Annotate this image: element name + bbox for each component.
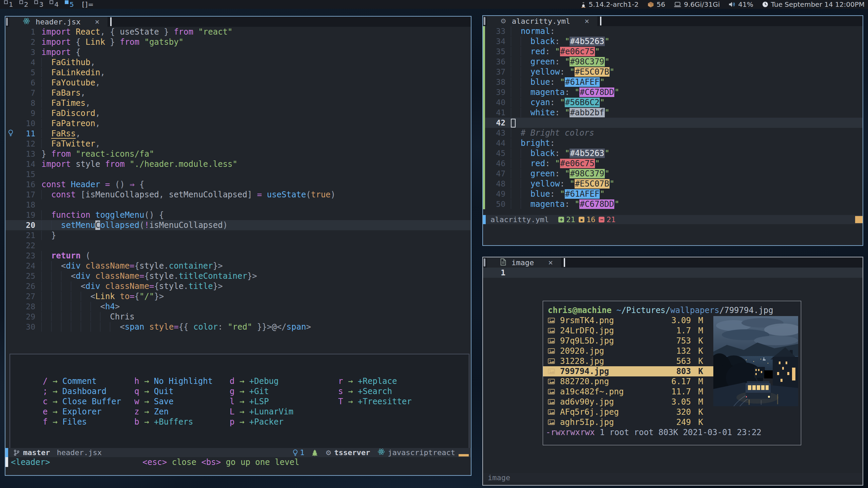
file-row[interactable]: 97q9L5D.jpg753K [543, 336, 715, 346]
code-line[interactable]: 23 return ( [5, 251, 471, 261]
file-row[interactable]: 31228.jpg563K [543, 356, 715, 366]
code-line[interactable]: 40 cyan: "#56B6C2" [483, 97, 863, 108]
code-line[interactable]: 13} from "react-icons/fa" [5, 149, 471, 159]
code-line[interactable]: 26 <div className={style.title}> [5, 281, 471, 291]
binding-label: Explorer [62, 407, 102, 416]
sign-column [5, 179, 16, 190]
left-cmdline[interactable]: <leader> <esc> close <bs> go up one leve… [5, 457, 471, 467]
file-row[interactable]: 20920.jpg132K [543, 346, 715, 356]
code-line[interactable]: 41 white: "#abb2bf" [483, 108, 863, 118]
file-row[interactable]: 9rsmTK4.png3.09M [543, 315, 715, 326]
file-name: ad6v90y.jpg [560, 397, 657, 407]
tab-header-jsx[interactable]: header.jsx × [9, 17, 108, 27]
code-line[interactable]: 22 [5, 240, 471, 251]
line-number: 29 [16, 312, 41, 322]
code-line[interactable]: 36 green: "#98C379" [483, 57, 863, 67]
token [41, 109, 51, 118]
code-line[interactable]: 5 FaLinkedin, [5, 67, 471, 78]
code-line[interactable]: 25 <div className={style.titleContainer}… [5, 271, 471, 281]
workspace-button[interactable]: 5 [64, 0, 75, 9]
code-line[interactable]: 10 FaPatreon, [5, 118, 471, 129]
token [521, 87, 531, 97]
close-icon[interactable]: × [584, 17, 589, 25]
file-row[interactable]: AFq5r6j.jpeg320K [543, 407, 715, 417]
binding-key: L [230, 407, 234, 416]
token: " [605, 149, 610, 158]
code-line[interactable]: 17 const [isMenuCollapsed, setMenuCollap… [5, 190, 471, 200]
code-line[interactable]: 38 blue: "#61AFEF" [483, 77, 863, 87]
file-row[interactable]: 799794.jpg803K [543, 366, 715, 376]
diagnostics-hint[interactable]: 1 [293, 448, 304, 457]
sign-column [5, 240, 16, 251]
layout-indicator[interactable]: []= [82, 0, 94, 8]
file-size-unit: M [691, 397, 703, 407]
lightbulb-icon [293, 449, 298, 456]
code-line[interactable]: 3import { [5, 47, 471, 57]
code-line[interactable]: 27 <Link to={"/"}> [5, 291, 471, 301]
workspace-button[interactable]: 3 [34, 0, 44, 9]
token [41, 119, 51, 128]
code-line[interactable]: 15 [5, 169, 471, 179]
code-line[interactable]: 39 magenta: "#C678DD" [483, 87, 863, 97]
line-number: 13 [16, 149, 41, 159]
file-row[interactable]: 24LrDFQ.jpg1.7M [543, 326, 715, 336]
code-line[interactable]: 19 function toggleMenu() { [5, 210, 471, 220]
close-icon[interactable]: × [548, 258, 553, 267]
file-name: a19c482f~.png [560, 387, 657, 397]
code-line[interactable]: 18 [5, 200, 471, 210]
file-row[interactable]: 882720.png6.17M [543, 376, 715, 387]
code-line[interactable]: 37 yellow: "#E5C07B" [483, 67, 863, 77]
code-line[interactable]: 47 green: "#98C379" [483, 169, 863, 179]
code-line[interactable]: 8 FaTimes, [5, 98, 471, 108]
code-line[interactable]: 30 <span style={{ color: "red" }}>@</spa… [5, 322, 471, 332]
token: h4 [105, 302, 115, 311]
workspace-button[interactable]: 1 [3, 0, 14, 9]
line-text: magenta: "#C678DD" [511, 199, 863, 209]
line-number: 6 [16, 78, 41, 88]
token: " [605, 108, 610, 117]
code-line[interactable]: 11 FaRss, [5, 129, 471, 139]
code-line[interactable]: 49 blue: "#61AFEF" [483, 189, 863, 199]
code-line[interactable]: 29 Chris [5, 312, 471, 322]
token: < [120, 322, 124, 332]
code-line[interactable]: 1 [483, 268, 863, 278]
color-swatch: #61AFEF [565, 189, 600, 199]
file-row[interactable]: aghr5Ip.jpg249K [543, 417, 715, 427]
file-row[interactable]: ad6v90y.jpg3.05M [543, 397, 715, 407]
code-line[interactable]: 45 black: "#4b5263" [483, 148, 863, 158]
code-line[interactable]: 43 # Bright colors [483, 128, 863, 138]
code-line[interactable]: 33 normal: [483, 26, 863, 36]
code-line[interactable]: 1import React, { useState } from "react" [5, 27, 471, 37]
close-icon[interactable]: × [95, 17, 99, 26]
code-line[interactable]: 16const Header = () ⇒ { [5, 179, 471, 190]
sign-column [483, 118, 488, 128]
code-line[interactable]: 34 black: "#4b5263" [483, 36, 863, 46]
arrow-icon: → [139, 417, 154, 427]
code-line[interactable]: 35 red: "#e06c75" [483, 46, 863, 57]
line-number: 15 [16, 169, 41, 179]
hint-text: close [167, 457, 201, 467]
code-line[interactable]: 12 FaTwitter, [5, 139, 471, 149]
code-line[interactable]: 28 <h4> [5, 301, 471, 312]
tab-alacritty-yml[interactable]: ⚙ alacritty.yml × [487, 16, 597, 26]
code-line[interactable]: 44 bright: [483, 138, 863, 148]
code-line[interactable]: 24 <div className={style.container}> [5, 261, 471, 271]
code-line[interactable]: 42 [483, 118, 863, 128]
code-line[interactable]: 14import style from "./header.module.les… [5, 159, 471, 169]
code-line[interactable]: 7 FaBars, [5, 88, 471, 98]
code-line[interactable]: 6 FaYoutube, [5, 78, 471, 88]
tab-image[interactable]: image × [487, 257, 561, 268]
code-line[interactable]: 21 } [5, 230, 471, 240]
file-row[interactable]: a19c482f~.png11.7M [543, 387, 715, 397]
code-line[interactable]: 48 yellow: "#E5C07B" [483, 179, 863, 189]
workspace-button[interactable]: 2 [19, 0, 29, 9]
code-line[interactable]: 9 FaDiscord, [5, 108, 471, 118]
code-line[interactable]: 4 FaGithub, [5, 57, 471, 67]
code-line[interactable]: 46 red: "#e06c75" [483, 158, 863, 169]
code-line[interactable]: 50 magenta: "#C678DD" [483, 199, 863, 209]
workspace-button[interactable]: 4 [49, 0, 59, 9]
arrow-icon: → [139, 387, 154, 396]
code-line[interactable]: 20 setMenuCollapsed(!isMenuCollapsed) [5, 220, 471, 230]
git-branch-label[interactable]: master [23, 448, 50, 457]
code-line[interactable]: 2import { Link } from "gatsby" [5, 37, 471, 47]
